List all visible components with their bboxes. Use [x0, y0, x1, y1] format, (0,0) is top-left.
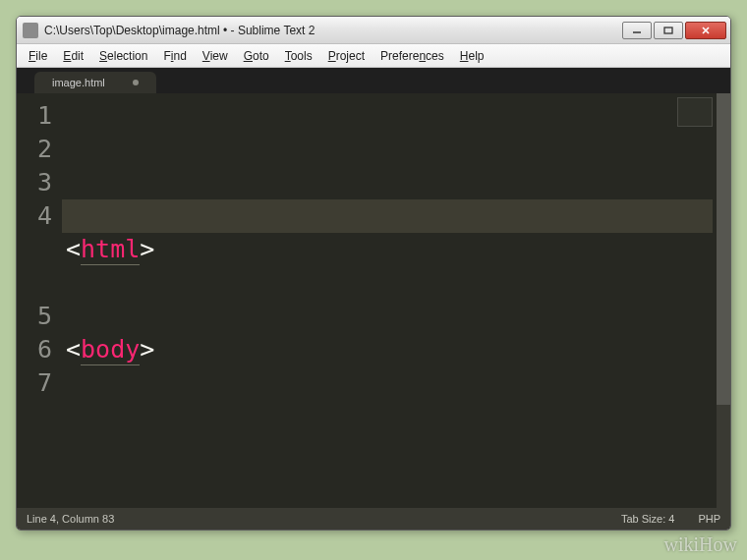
menu-file[interactable]: File	[21, 47, 55, 65]
syntax-indicator[interactable]: PHP	[698, 513, 720, 525]
cursor-position: Line 4, Column 83	[27, 513, 114, 525]
window-controls	[620, 22, 726, 39]
maximize-icon	[663, 27, 673, 34]
dirty-indicator-icon	[133, 80, 139, 85]
vertical-scrollbar[interactable]	[717, 93, 730, 508]
gutter: 1 2 3 4 5 6 7	[17, 93, 62, 508]
menu-preferences[interactable]: Preferences	[373, 47, 452, 65]
line-number: 4	[17, 199, 52, 233]
close-button[interactable]	[685, 22, 726, 39]
menu-selection[interactable]: Selection	[91, 47, 155, 65]
tab-size-indicator[interactable]: Tab Size: 4	[621, 513, 674, 525]
line-number: 7	[17, 366, 52, 400]
tabstrip: image.html	[17, 68, 730, 93]
tab-label: image.html	[52, 77, 105, 88]
minimap[interactable]	[677, 97, 713, 127]
code-area[interactable]: <html> <body> <img src="http://i1322. ph…	[62, 93, 717, 508]
menu-view[interactable]: View	[195, 47, 236, 65]
scroll-thumb[interactable]	[717, 93, 730, 405]
tab-image-html[interactable]: image.html	[34, 72, 156, 93]
menu-help[interactable]: Help	[452, 47, 492, 65]
line-number: 2	[17, 133, 52, 166]
minimize-button[interactable]	[622, 22, 652, 39]
minimize-icon	[632, 27, 642, 34]
svg-rect-1	[664, 28, 672, 33]
line-number: 3	[17, 166, 52, 199]
app-icon	[23, 23, 38, 38]
window-title: C:\Users\Top\Desktop\image.html • - Subl…	[44, 24, 620, 37]
maximize-button[interactable]	[654, 22, 683, 39]
line-number: 1	[17, 99, 52, 133]
editor[interactable]: 1 2 3 4 5 6 7 <html> <body> <img src="ht…	[17, 93, 730, 508]
menu-edit[interactable]: Edit	[55, 47, 91, 65]
menubar: File Edit Selection Find View Goto Tools…	[17, 44, 730, 68]
close-icon	[701, 27, 711, 34]
line-number: 6	[17, 333, 52, 366]
menu-project[interactable]: Project	[320, 47, 373, 65]
menu-goto[interactable]: Goto	[236, 47, 277, 65]
line-number	[17, 266, 52, 300]
app-window: C:\Users\Top\Desktop\image.html • - Subl…	[16, 16, 731, 531]
titlebar[interactable]: C:\Users\Top\Desktop\image.html • - Subl…	[17, 17, 730, 44]
line-number	[17, 233, 52, 266]
menu-tools[interactable]: Tools	[277, 47, 320, 65]
statusbar: Line 4, Column 83 Tab Size: 4 PHP	[17, 508, 730, 530]
menu-find[interactable]: Find	[155, 47, 194, 65]
watermark: wikiHow	[664, 533, 737, 556]
line-number: 5	[17, 300, 52, 333]
